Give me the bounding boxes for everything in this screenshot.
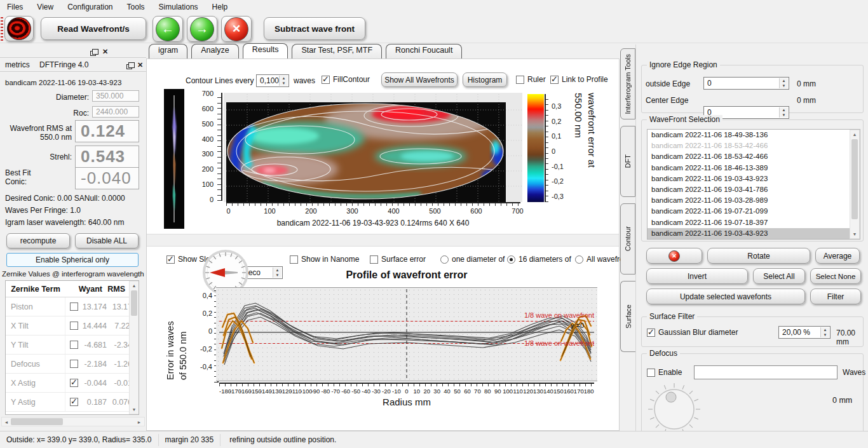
igram-thumbnail[interactable] [164, 89, 184, 229]
float-panel-icon[interactable] [90, 51, 96, 56]
dock-tab[interactable]: Surface [620, 281, 636, 352]
toolbar-drag-handle[interactable] [1, 17, 3, 41]
zernike-checkbox[interactable] [70, 302, 78, 311]
scroll-right-icon[interactable]: ► [135, 417, 144, 426]
zernike-checkbox[interactable] [70, 360, 78, 368]
recompute-button[interactable]: recompute [6, 233, 70, 248]
zernike-vscrollbar[interactable]: ▲ ▼ [129, 281, 139, 414]
radio-icon[interactable] [440, 255, 449, 264]
menu-item[interactable]: Tools [120, 0, 152, 14]
scroll-thumb[interactable] [131, 290, 137, 316]
next-wavefront-button[interactable]: → [187, 16, 217, 42]
zernike-checkbox[interactable] [70, 398, 78, 406]
show-all-wavefronts-button[interactable]: Show All Wavefronts [381, 72, 458, 87]
show-in-nanometers-checkbox[interactable]: Show in Nanome [290, 255, 359, 264]
average-button[interactable]: Average [815, 248, 860, 264]
main-tab[interactable]: Ronchi Foucault [386, 44, 462, 58]
checkbox-icon[interactable] [647, 329, 655, 337]
menu-item[interactable]: Simulations [152, 0, 205, 14]
scroll-up-icon[interactable]: ▲ [130, 282, 139, 290]
profile-plot[interactable] [216, 287, 597, 381]
disable-all-button[interactable]: Disable ALL [75, 233, 139, 248]
update-selected-button[interactable]: Update selected wavefonts [646, 288, 805, 304]
contour-interval-spinbox[interactable]: 0,100 ▲▼ [256, 74, 289, 87]
wavefront-list-item[interactable]: bandicam 2022-11-06 19-07-18-397 [648, 217, 850, 228]
close-metrics-icon[interactable]: ✕ [137, 62, 143, 68]
scroll-left-icon[interactable]: ◄ [2, 417, 11, 426]
main-tab[interactable]: Results [243, 43, 288, 58]
right-dock-tabstrip: Interferogram Tools DFT Contour Surface [620, 48, 636, 352]
outside-edge-spinbox[interactable]: 0 ▲▼ [703, 77, 789, 90]
histogram-button[interactable]: Histogram [463, 72, 507, 87]
gaussian-percent-spinbox[interactable]: 20,00 % ▲▼ [778, 326, 831, 339]
wavefront-list-item[interactable]: bandicam 2022-11-06 19-03-43-923 [648, 228, 850, 239]
menu-item[interactable]: View [30, 0, 60, 14]
wavefront-list-item[interactable]: bandicam 2022-11-06 18-46-13-389 [648, 163, 850, 173]
scroll-down-icon[interactable]: ▼ [130, 405, 139, 414]
wavefront-list-scrollbar[interactable]: ▲ ▼ [850, 130, 860, 239]
link-to-profile-checkbox[interactable]: Link to Profile [550, 75, 608, 84]
wavefront-list-item[interactable]: bandicam 2022-11-06 19-03-41-786 [648, 184, 850, 195]
float-metrics-icon[interactable] [126, 64, 132, 69]
invert-button[interactable]: Invert [646, 268, 748, 284]
radio-icon[interactable] [575, 255, 583, 264]
dock-tab[interactable]: DFT [620, 126, 635, 197]
menu-item[interactable]: Files [0, 0, 30, 14]
gaussian-blur-checkbox[interactable]: Gaussian Blur diameter [647, 328, 738, 337]
fillcontour-checkbox[interactable]: FillContour [322, 75, 370, 84]
rotate-button[interactable]: Rotate [707, 248, 810, 264]
checkbox-icon[interactable] [370, 255, 378, 264]
metrics-tab-label[interactable]: metrics [5, 60, 30, 69]
checkbox-icon[interactable] [166, 255, 175, 264]
main-tab[interactable]: igram [149, 44, 187, 58]
checkbox-icon[interactable] [550, 76, 559, 84]
enable-spherical-button[interactable]: Enable Spherical only [6, 253, 139, 267]
prev-wavefront-button[interactable]: ← [153, 16, 183, 42]
wavefront-list[interactable]: bandicam 2022-11-06 18-49-38-136 bandica… [647, 129, 860, 240]
one-diameter-radio[interactable]: one diameter of [440, 255, 505, 264]
scroll-thumb[interactable] [11, 418, 63, 425]
select-all-button[interactable]: Select All [753, 268, 805, 284]
sixteen-diameters-radio[interactable]: 16 diameters of [507, 255, 571, 264]
scroll-down-icon[interactable]: ▼ [850, 230, 859, 238]
wavefront-list-item[interactable]: bandicam 2022-11-06 19-07-21-099 [648, 206, 850, 217]
filter-button[interactable]: Filter [810, 288, 861, 304]
checkbox-icon[interactable] [290, 255, 298, 264]
menu-item[interactable]: Help [205, 0, 235, 14]
checkbox-icon[interactable] [322, 76, 330, 84]
read-wavefronts-button[interactable]: Read Wavefront/s [41, 17, 146, 40]
main-tab[interactable]: Analyze [191, 44, 238, 58]
dock-tab[interactable]: Interferogram Tools [620, 48, 635, 119]
delete-wavefront-button[interactable]: ✕ [221, 16, 252, 42]
metrics-hscrollbar[interactable]: ◄ ► [1, 417, 145, 426]
checkbox-icon[interactable] [516, 76, 524, 84]
wavefront-list-item[interactable]: bandicam 2022-11-06 18-53-42-466 [648, 140, 850, 151]
delete-selected-button[interactable]: ✕ [646, 248, 702, 264]
igram-fringe-button[interactable] [4, 16, 34, 41]
wavefront-list-item[interactable]: bandicam 2022-11-06 18-53-42-466 [648, 151, 850, 162]
subtract-wavefront-button[interactable]: Subtract wave front [264, 17, 365, 40]
wavefront-list-item[interactable]: bandicam 2022-11-06 19-03-28-989 [648, 195, 850, 206]
scroll-thumb[interactable] [851, 139, 858, 219]
surface-error-checkbox[interactable]: Surface error [370, 255, 426, 264]
wavefront-list-item[interactable]: bandicam 2022-11-06 19-03-43-923 [648, 173, 850, 184]
zernike-checkbox[interactable] [70, 379, 78, 387]
main-tab[interactable]: Star Test, PSF, MTF [292, 44, 382, 58]
close-panel-icon[interactable]: ✕ [102, 48, 108, 55]
zernike-checkbox[interactable] [70, 341, 78, 349]
wavefront-list-item[interactable]: bandicam 2022-11-06 18-49-38-136 [648, 130, 850, 140]
select-none-button[interactable]: Select None [810, 268, 861, 284]
defocus-waves-input[interactable] [694, 365, 837, 379]
dock-tab[interactable]: Contour [620, 203, 635, 275]
checkbox-icon[interactable] [647, 369, 655, 377]
scroll-up-icon[interactable]: ▲ [850, 130, 859, 139]
defocus-knob[interactable] [647, 382, 702, 437]
zernike-checkbox[interactable] [70, 322, 78, 330]
ruler-checkbox[interactable]: Ruler [516, 75, 546, 84]
diameter-field[interactable]: 350.000 [92, 90, 139, 102]
defocus-enable-checkbox[interactable]: Enable [647, 368, 682, 377]
radio-icon[interactable] [507, 255, 515, 264]
roc-field[interactable]: 2440.000 [92, 106, 139, 118]
contour-plot[interactable] [224, 93, 522, 202]
menu-item[interactable]: Configuration [60, 0, 119, 14]
